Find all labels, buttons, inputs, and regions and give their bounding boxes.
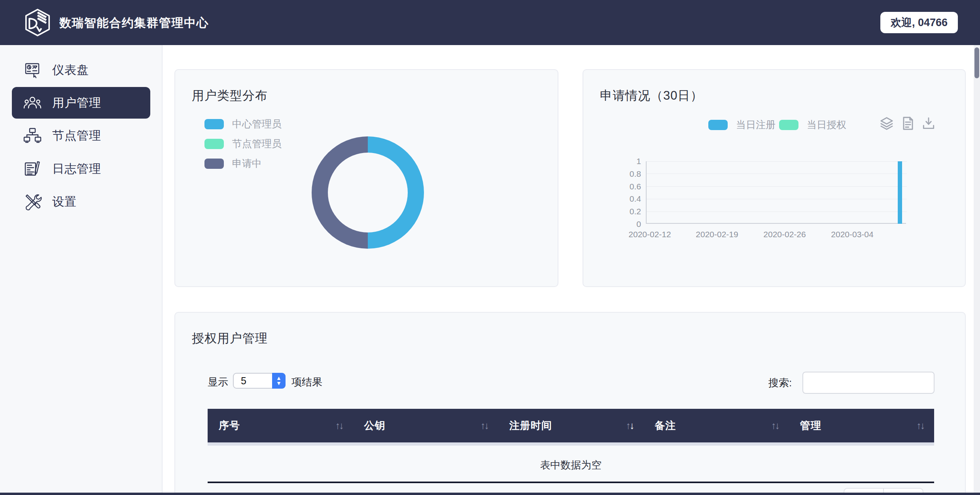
legend-swatch bbox=[779, 120, 798, 130]
sidebar-item-label: 仪表盘 bbox=[52, 62, 89, 78]
table-empty-message: 表中数据为空 bbox=[208, 458, 934, 472]
table-header-row: 序号 ↑↓ 公钥 ↑↓ 注册时间 ↑↓ 备注 ↑↓ 管理 ↑↓ bbox=[208, 409, 934, 442]
sort-icon: ↑↓ bbox=[916, 420, 924, 431]
sort-icon: ↑↓ bbox=[771, 420, 779, 431]
users-icon bbox=[23, 93, 42, 112]
legend-label: 当日注册 bbox=[736, 118, 776, 131]
legend-label: 节点管理员 bbox=[232, 137, 282, 150]
x-axis-tick: 2020-02-26 bbox=[751, 230, 818, 239]
data-view-icon[interactable] bbox=[901, 116, 916, 131]
authorized-users-card: 授权用户管理 显示 5 ▲▼ 项结果 搜索: 序号 ↑↓ 公钥 ↑↓ 注册时间 … bbox=[174, 312, 966, 495]
legend-label: 当日授权 bbox=[807, 118, 846, 131]
select-stepper-icon: ▲▼ bbox=[272, 373, 286, 389]
legend-item-node-admin[interactable]: 节点管理员 bbox=[204, 137, 282, 150]
column-header-index[interactable]: 序号 ↑↓ bbox=[208, 409, 353, 442]
y-axis-tick: 0 bbox=[606, 219, 641, 229]
page-size-label-prefix: 显示 bbox=[208, 375, 228, 389]
legend-item-daily-register[interactable]: 当日注册 bbox=[708, 118, 776, 131]
logs-icon bbox=[23, 159, 42, 178]
table-subheader-strip bbox=[208, 442, 934, 446]
x-axis-tick: 2020-02-12 bbox=[616, 230, 683, 239]
navbar: 数瑞智能合约集群管理中心 欢迎, 04766 bbox=[0, 0, 980, 45]
card-title: 申请情况（30日） bbox=[600, 87, 703, 104]
search-label: 搜索: bbox=[768, 376, 792, 390]
sidebar: 仪表盘 用户管理 节点管理 日志管理 设置 bbox=[0, 45, 163, 495]
sidebar-item-label: 用户管理 bbox=[52, 95, 101, 111]
legend-label: 中心管理员 bbox=[232, 117, 282, 130]
nodes-icon bbox=[23, 126, 42, 145]
sidebar-item-label: 设置 bbox=[52, 194, 77, 210]
sidebar-item-user-management[interactable]: 用户管理 bbox=[12, 87, 150, 119]
download-icon[interactable] bbox=[921, 116, 936, 131]
search-input[interactable] bbox=[802, 372, 935, 394]
legend-swatch bbox=[708, 120, 728, 130]
legend-swatch bbox=[204, 139, 224, 149]
sidebar-item-log-management[interactable]: 日志管理 bbox=[12, 153, 150, 185]
welcome-user-button[interactable]: 欢迎, 04766 bbox=[880, 12, 958, 33]
bar-daily-register bbox=[898, 161, 902, 224]
y-axis-tick: 0.8 bbox=[606, 169, 641, 179]
stack-icon[interactable] bbox=[879, 116, 894, 131]
legend-label: 申请中 bbox=[232, 157, 262, 170]
legend-item-center-admin[interactable]: 中心管理员 bbox=[204, 117, 282, 130]
sort-icon: ↑↓ bbox=[481, 420, 488, 431]
card-title: 授权用户管理 bbox=[192, 330, 268, 347]
sidebar-item-node-management[interactable]: 节点管理 bbox=[12, 120, 150, 151]
y-axis-tick: 0.2 bbox=[606, 207, 641, 216]
y-axis-tick: 0.4 bbox=[606, 194, 641, 204]
footer-bar bbox=[0, 493, 980, 495]
sidebar-item-settings[interactable]: 设置 bbox=[12, 186, 150, 217]
applications-card: 申请情况（30日） 当日注册 当日授权 1 0.8 0.6 0.4 0.2 0 … bbox=[583, 69, 966, 287]
x-axis-tick: 2020-03-04 bbox=[819, 230, 886, 239]
user-type-donut-chart bbox=[312, 136, 424, 249]
sort-icon-active-desc: ↑↓ bbox=[626, 420, 633, 431]
column-header-manage[interactable]: 管理 ↑↓ bbox=[789, 409, 934, 442]
sidebar-item-label: 节点管理 bbox=[52, 128, 101, 144]
column-header-public-key[interactable]: 公钥 ↑↓ bbox=[353, 409, 498, 442]
table-bottom-border bbox=[208, 482, 934, 483]
y-axis-tick: 0.6 bbox=[606, 182, 641, 191]
column-header-register-time[interactable]: 注册时间 ↑↓ bbox=[498, 409, 643, 442]
app-logo-icon bbox=[22, 7, 53, 38]
page-size-value: 5 bbox=[234, 375, 272, 387]
sort-icon: ↑↓ bbox=[335, 420, 342, 431]
scrollbar-thumb[interactable] bbox=[974, 47, 979, 78]
sidebar-item-label: 日志管理 bbox=[52, 161, 101, 177]
app-title: 数瑞智能合约集群管理中心 bbox=[59, 15, 209, 31]
column-header-remark[interactable]: 备注 ↑↓ bbox=[643, 409, 789, 442]
legend-swatch bbox=[204, 119, 224, 129]
user-type-distribution-card: 用户类型分布 中心管理员 节点管理员 申请中 bbox=[174, 69, 558, 287]
scrollbar[interactable] bbox=[974, 45, 980, 495]
page-size-label-suffix: 项结果 bbox=[291, 375, 322, 389]
applications-bar-chart bbox=[646, 161, 906, 224]
legend-item-pending[interactable]: 申请中 bbox=[204, 157, 262, 170]
x-axis-tick: 2020-02-19 bbox=[683, 230, 751, 239]
legend-item-daily-authorize[interactable]: 当日授权 bbox=[779, 118, 846, 131]
dashboard-icon bbox=[23, 60, 42, 79]
y-axis-tick: 1 bbox=[606, 157, 641, 166]
settings-icon bbox=[23, 192, 42, 211]
legend-swatch bbox=[204, 159, 224, 169]
sidebar-item-dashboard[interactable]: 仪表盘 bbox=[12, 54, 150, 86]
page-size-select[interactable]: 5 ▲▼ bbox=[233, 373, 286, 389]
card-title: 用户类型分布 bbox=[192, 87, 268, 104]
